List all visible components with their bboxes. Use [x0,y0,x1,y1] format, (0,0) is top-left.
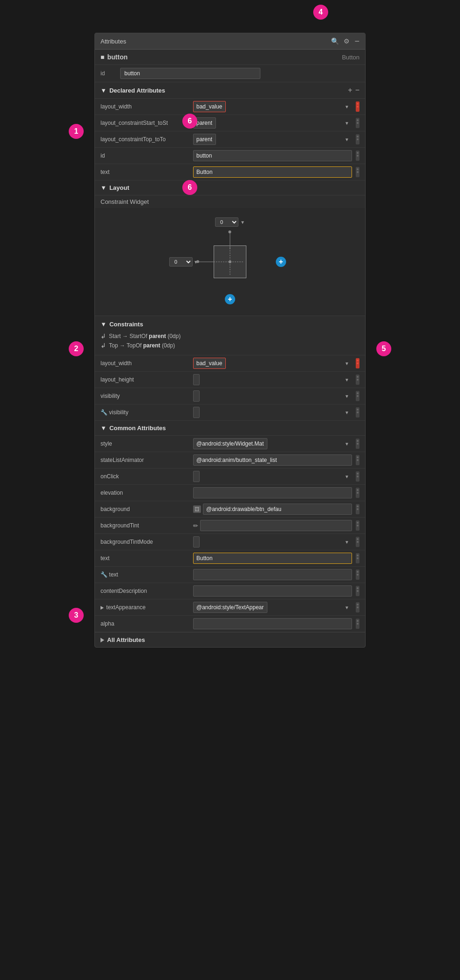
text-common-input[interactable] [193,553,352,564]
add-bottom-constraint-button[interactable]: + [225,294,235,304]
background-tint-input[interactable] [200,520,352,531]
side-dot [357,119,359,121]
common-attr-header: ▼ Common Attributes [95,421,365,436]
side-indicator [356,602,359,612]
attr-value-wrap: parent ▼ [193,117,352,129]
left-constraint-dropdown[interactable]: 0 [169,257,193,267]
content-description-input[interactable] [193,585,352,597]
dropdown-wrap: @android:style/TextAppear ▼ [193,602,352,613]
attr-value-wrap [193,569,352,580]
text-wrench-input[interactable] [193,569,352,580]
side-dot [357,541,359,543]
side-dot [357,392,359,394]
attr-label: layout_width [101,360,189,367]
attributes-panel: Attributes 🔍 ⚙ − ■ button Button id [94,33,366,648]
visibility-wrench-dropdown[interactable] [193,407,200,418]
declared-attrs-header: ▼ Declared Attributes + − [95,82,365,99]
style-dropdown[interactable]: @android:style/Widget.Mat [193,438,267,449]
text-appearance-dropdown[interactable]: @android:style/TextAppear [193,602,267,613]
constraint-diagram: 0 ▼ 0 ▼ [95,208,365,316]
visibility-dropdown[interactable] [193,390,200,402]
chevron-down-icon: ▼ [345,410,349,415]
side-dot [357,620,359,622]
id-row: id [95,65,365,82]
id-attr-input[interactable] [193,150,352,161]
attr-value-wrap [193,454,352,466]
all-attributes-row[interactable]: All Attributes [95,632,365,647]
side-indicator [356,407,359,418]
panel-header: Attributes 🔍 ⚙ − [95,33,365,50]
widget-box [214,245,246,278]
dropdown-wrap: @android:style/Widget.Mat ▼ [193,438,352,449]
remove-attr-button[interactable]: − [355,86,359,94]
attr-row-layout-width: layout_width bad_value ▼ [95,355,365,372]
text-attr-input[interactable] [193,166,352,178]
chevron-down-icon: ▼ [101,425,107,432]
gear-icon[interactable]: ⚙ [344,37,350,45]
layout-width-dropdown[interactable]: bad_value [193,101,226,112]
chevron-down-icon: ▼ [101,321,107,328]
side-dot [357,168,359,170]
close-icon[interactable]: − [354,37,359,45]
side-dot [357,379,359,381]
layout-height-dropdown[interactable] [193,374,200,385]
attr-label: textAppearance [101,604,189,611]
chevron-down-icon: ▼ [345,605,349,610]
side-indicator [356,455,359,465]
dropdown-wrap: ▼ [193,536,352,548]
constraint-line-top: ↲ Top → TopOf parent (0dp) [101,341,359,350]
elevation-input[interactable] [193,487,352,498]
chevron-down-icon: ▼ [345,394,349,399]
side-dot [357,409,359,411]
attr-label: id [101,152,189,159]
side-dot [357,395,359,397]
attr-value-wrap: bad_value ▼ [193,101,352,112]
constraint-top-dropdown[interactable]: parent [193,134,216,145]
add-attr-button[interactable]: + [348,86,352,94]
attr-value-wrap [193,487,352,498]
attr-row-layout-height: layout_height ▼ [95,372,365,388]
side-dot [357,505,359,507]
side-dot [357,362,359,364]
alpha-input[interactable] [193,618,352,629]
attr-value-wrap: ▼ [193,471,352,482]
id-input[interactable] [120,68,260,79]
attr-row-content-description: contentDescription [95,583,365,599]
top-connector [230,231,230,249]
attr-row-elevation: elevation [95,485,365,501]
side-indicator [356,167,359,177]
dropdown-wrap: parent ▼ [193,134,352,145]
side-indicator [356,504,359,514]
search-icon[interactable]: 🔍 [331,37,339,45]
side-dot [357,476,359,477]
chevron-down-icon: ▼ [345,540,349,545]
attr-label: background [101,506,189,512]
chevron-down-icon: ▼ [345,104,349,109]
background-tint-mode-dropdown[interactable] [193,536,200,548]
side-dot [357,152,359,154]
layout-width-dropdown[interactable]: bad_value [193,358,226,369]
add-right-constraint-button[interactable]: + [276,257,286,267]
triangle-right-icon [101,638,104,642]
side-dot [357,459,359,461]
side-dot [357,492,359,494]
id-label: id [101,70,115,77]
onclick-dropdown[interactable] [193,471,200,482]
background-input[interactable] [203,504,352,515]
attr-value-wrap: ▼ [193,536,352,548]
side-indicator [356,537,359,547]
side-indicator [356,553,359,563]
dropdown-wrap: ▼ [193,390,352,402]
attr-label: layout_constraintStart_toSt [101,120,189,126]
layout-attr-rows: layout_width bad_value ▼ layout_height [95,355,365,421]
side-dot [357,525,359,526]
declared-attrs-actions: + − [348,86,359,94]
attr-row-style: style @android:style/Widget.Mat ▼ [95,436,365,452]
attr-label: backgroundTint [101,522,189,529]
top-constraint-dropdown[interactable]: 0 [215,217,238,227]
attr-row-alpha: alpha [95,616,365,632]
state-list-animator-input[interactable] [193,454,352,466]
badge-4: 4 [313,5,328,20]
attr-label: layout_constraintTop_toTo [101,136,189,143]
dropdown-wrap: bad_value ▼ [193,101,352,112]
